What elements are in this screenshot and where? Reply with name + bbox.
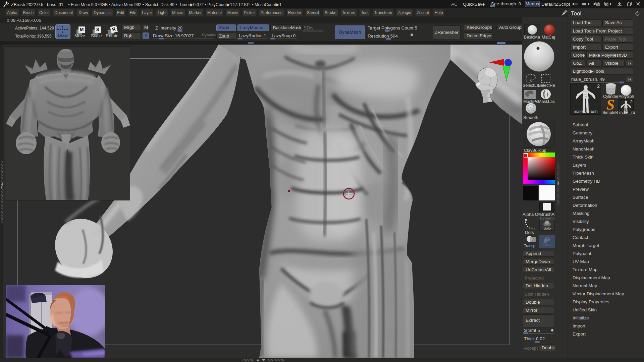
svg-text:Draw: Draw (58, 33, 68, 38)
